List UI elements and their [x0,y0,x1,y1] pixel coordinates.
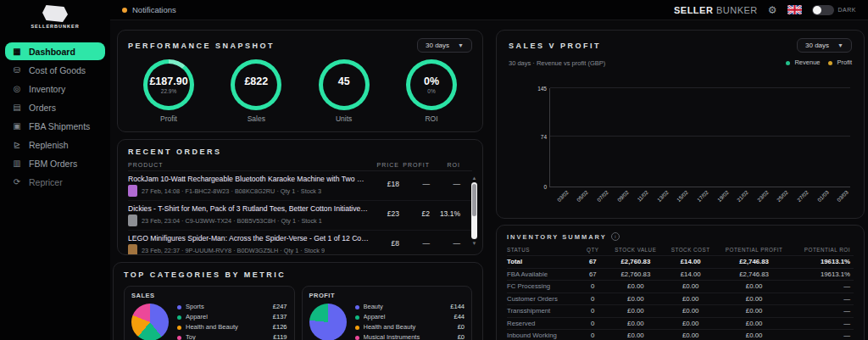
order-roi: — [430,175,460,188]
gauge-value: £187.90 [149,75,187,87]
scroll-down-icon[interactable]: ▼ [472,241,477,246]
inv-stock-value: £0.00 [606,320,665,327]
order-meta: 23 Feb, 23:04 · C9-U3WW-TX24 · B0B5V53C8… [142,217,322,225]
info-icon[interactable]: i [611,232,620,241]
chevron-down-icon: ▼ [837,42,843,48]
legend-dot-icon [355,305,359,309]
inventory-row: Customer Orders 0 £0.00 £0.00 £0.00 — [507,293,854,305]
legend-label: Profit [837,58,852,68]
header-stock-cost: STOCK COST [665,247,716,253]
performance-range-dropdown[interactable]: 30 days ▼ [417,38,472,53]
header-status: STATUS [507,247,579,253]
inv-stock-cost: £14.00 [665,258,716,265]
legend-value: £137 [273,312,287,322]
gauge-subvalue: 0% [424,88,439,95]
inv-stock-cost: £14.00 [665,270,716,278]
legend-label: Apparel [186,312,269,322]
gauge-label: ROI [425,114,437,123]
toggle-knob [813,6,821,14]
inv-status: Customer Orders [507,295,579,303]
order-title[interactable]: Dickies - T-Shirt for Men, Pack of 3 Rut… [128,204,369,213]
inv-stock-cost: £0.00 [665,282,716,290]
x-tick-label: 13/02 [656,189,670,203]
sales-v-profit-range-dropdown[interactable]: 30 days ▼ [797,38,852,53]
order-row[interactable]: LEGO Minifigures Spider-Man: Across the … [128,231,472,255]
gauge: £822 Sales [231,59,281,123]
sidebar-item-icon: ▤ [12,103,22,112]
inv-stock-value: £0.00 [606,282,665,290]
order-profit: — [399,175,430,188]
gauge: £187.90 22.9% Profit [143,59,194,123]
sidebar-item-label: FBM Orders [29,159,77,169]
gauge-label: Units [336,114,352,123]
inventory-row: FBA Available 67 £2,760.83 £14.00 £2,746… [507,268,854,281]
sidebar-item[interactable]: ◎ Inventory [5,80,105,98]
uk-flag-icon[interactable] [787,5,802,14]
notification-dot-icon [122,8,127,13]
sidebar-item[interactable]: ▤ Orders [5,98,105,116]
gauge: 0% 0% ROI [406,59,457,123]
order-row[interactable]: Dickies - T-Shirt for Men, Pack of 3 Rut… [128,201,472,231]
inv-stock-cost: £0.00 [665,307,716,315]
header-profit: PROFIT [399,162,430,168]
app-logo[interactable]: SELLERBUNKER [0,0,110,29]
order-roi: — [430,234,460,248]
sidebar-item[interactable]: ⛁ Cost of Goods [5,61,105,79]
x-tick-label: 07/02 [596,189,609,203]
sidebar-item-icon: ◎ [12,84,22,93]
legend-dot-icon [355,326,359,330]
gear-icon[interactable]: ⚙ [768,5,777,15]
scrollbar-track[interactable] [471,182,477,239]
y-tick-label: 74 [541,133,547,139]
inv-status: FBA Available [507,270,579,278]
sidebar-item[interactable]: ⊵ Replenish [5,136,105,153]
inv-potential-roi: — [792,332,854,339]
order-title[interactable]: RockJam 10-Watt Rechargeable Bluetooth K… [128,175,369,183]
legend-label: Revenue [794,58,820,68]
x-tick-label: 03/02 [556,189,570,203]
sidebar-item-label: Repricer [29,177,63,187]
orders-scrollbar[interactable]: ▲ ▼ [470,176,478,246]
inv-status: Inbound Working [507,332,579,339]
recent-orders-title: RECENT ORDERS [128,148,472,156]
header-potential-profit: POTENTIAL PROFIT [716,247,792,253]
inventory-row: Reserved 0 £0.00 £0.00 £0.00 — [507,317,854,330]
legend-value: £119 [273,332,287,340]
sidebar-item-label: Orders [29,103,56,113]
theme-toggle[interactable]: DARK [812,5,856,15]
inv-potential-profit: £0.00 [716,332,792,339]
legend-dot-icon [355,336,359,340]
toggle-switch[interactable] [812,5,834,15]
logo-text: SELLERBUNKER [31,24,79,29]
inv-qty: 0 [579,307,606,315]
sidebar-item[interactable]: ▦ Dashboard [5,42,105,60]
brand-bold: SELLER [674,5,713,15]
scrollbar-thumb[interactable] [472,184,476,216]
sidebar-item-icon: ⊵ [12,140,22,149]
category-card-title: SALES [131,292,287,299]
gauges: £187.90 22.9% Profit £822 Sales [128,53,472,123]
sidebar-item[interactable]: ▥ FBM Orders [5,154,105,172]
order-title[interactable]: LEGO Minifigures Spider-Man: Across the … [128,234,369,242]
logo-icon [42,5,68,22]
legend-dot-icon [177,336,181,340]
profit-pie-chart [309,304,347,340]
performance-snapshot-card: PERFORMANCE SNAPSHOT 30 days ▼ £187.90 2… [117,30,483,132]
sidebar-item[interactable]: ⟳ Repricer [5,173,105,191]
inv-potential-profit: £0.00 [716,307,792,315]
inv-potential-roi: 19613.1% [792,270,854,278]
order-row[interactable]: RockJam 10-Watt Rechargeable Bluetooth K… [128,171,472,201]
legend-dot-icon [355,315,359,320]
inv-potential-roi: — [792,282,854,290]
sidebar-item-label: Inventory [29,84,65,94]
inv-potential-roi: 19613.1% [792,258,854,265]
scroll-up-icon[interactable]: ▲ [472,176,477,181]
notifications[interactable]: Notifications [122,5,176,14]
x-tick-label: 25/02 [776,189,789,203]
header-price: PRICE [369,162,399,168]
sidebar-item[interactable]: ▣ FBA Shipments [5,117,105,135]
sidebar-item-icon: ▥ [12,159,22,168]
legend-dot-icon [177,315,181,320]
inventory-row: Total 67 £2,760.83 £14.00 £2,746.83 1961… [507,255,854,268]
sales-v-profit-title: SALES V PROFIT [509,42,601,50]
